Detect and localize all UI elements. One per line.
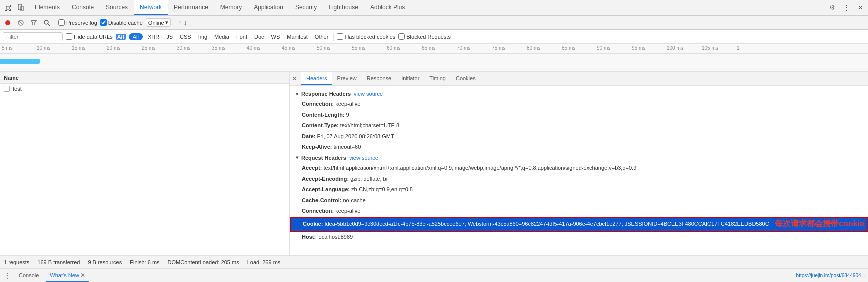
network-throttle-select[interactable]: Online ▾: [146, 18, 171, 27]
close-panel-btn[interactable]: ✕: [292, 75, 297, 82]
filter-sep: [333, 33, 334, 41]
more-options-icon[interactable]: ⋮: [840, 2, 852, 14]
tab-adblock[interactable]: Adblock Plus: [364, 0, 411, 15]
console-menu-icon[interactable]: ⋮: [3, 271, 12, 280]
timeline-tick: 5 ms: [0, 44, 35, 53]
export-btn[interactable]: ↓: [184, 19, 187, 26]
headers-content: ▾ Response Headers view source Connectio…: [290, 86, 868, 255]
finish-time: Finish: 6 ms: [130, 259, 159, 265]
has-blocked-checkbox[interactable]: Has blocked cookies: [337, 33, 395, 40]
filter-chip-all[interactable]: All: [129, 33, 143, 40]
filter-chip-ws[interactable]: WS: [269, 33, 282, 40]
svg-point-4: [5, 20, 10, 25]
timeline-tick: 50 ms: [315, 44, 350, 53]
request-header-host: Host: localhost:8989: [290, 232, 868, 243]
filter-chip-media[interactable]: Media: [212, 33, 231, 40]
panel-tab-headers[interactable]: Headers: [301, 72, 332, 85]
tab-performance[interactable]: Performance: [168, 0, 214, 15]
svg-point-3: [20, 8, 21, 9]
close-devtools-icon[interactable]: ✕: [854, 2, 866, 14]
panel-tab-preview[interactable]: Preview: [332, 72, 362, 85]
network-request-bar: [0, 59, 40, 64]
transferred-size: 169 B transferred: [37, 259, 80, 265]
disable-cache-checkbox[interactable]: Disable cache: [100, 19, 143, 26]
response-headers-view-source[interactable]: view source: [354, 91, 383, 97]
settings-icon[interactable]: ⚙: [826, 2, 838, 14]
inspect-icon[interactable]: [2, 2, 14, 14]
tab-network[interactable]: Network: [134, 0, 168, 15]
filter-chip-font[interactable]: Font: [234, 33, 249, 40]
request-headers-toggle[interactable]: ▾: [296, 155, 298, 160]
timeline-tick: 70 ms: [455, 44, 490, 53]
svg-point-8: [44, 20, 48, 24]
console-tab-console[interactable]: Console: [15, 269, 43, 282]
dom-content-loaded: DOMContentLoaded: 205 ms: [168, 259, 239, 265]
right-panel: ✕ Headers Preview Response Initiator Tim…: [290, 72, 868, 255]
main-tabs: Elements Console Sources Network Perform…: [29, 0, 411, 15]
preserve-log-input[interactable]: [58, 19, 65, 26]
request-headers-section: ▾ Request Headers view source: [290, 153, 868, 163]
panel-tab-cookies[interactable]: Cookies: [451, 72, 481, 85]
device-toggle-icon[interactable]: [15, 2, 27, 14]
response-header-content-length: Content-Length: 9: [290, 110, 868, 121]
timeline-tick: 1: [735, 44, 770, 53]
filter-chip-js[interactable]: JS: [164, 33, 175, 40]
devtools-left-icons: [2, 2, 27, 14]
search-btn[interactable]: [42, 18, 52, 28]
panel-tab-initiator[interactable]: Initiator: [396, 72, 424, 85]
panel-tab-response[interactable]: Response: [362, 72, 397, 85]
disable-cache-input[interactable]: [100, 19, 107, 26]
name-column-header: Name: [0, 72, 289, 84]
tab-security[interactable]: Security: [289, 0, 323, 15]
clear-btn[interactable]: [29, 18, 39, 28]
tab-lighthouse[interactable]: Lighthouse: [323, 0, 364, 15]
filter-chip-xhr[interactable]: XHR: [146, 33, 161, 40]
svg-rect-0: [6, 6, 9, 9]
whats-new-close-btn[interactable]: ✕: [80, 272, 85, 279]
has-blocked-input[interactable]: [337, 33, 343, 40]
request-row-test[interactable]: test: [0, 84, 289, 94]
record-btn[interactable]: [3, 18, 13, 28]
timeline-bar: 5 ms10 ms15 ms20 ms25 ms30 ms35 ms40 ms4…: [0, 44, 868, 72]
devtools-tab-bar: Elements Console Sources Network Perform…: [0, 0, 868, 16]
timeline-tick: 65 ms: [420, 44, 455, 53]
load-time: Load: 269 ms: [247, 259, 281, 265]
tab-memory[interactable]: Memory: [214, 0, 248, 15]
console-tab-whats-new[interactable]: What's New ✕: [46, 269, 89, 282]
import-btn[interactable]: ↑: [178, 19, 182, 26]
tab-sources[interactable]: Sources: [100, 0, 134, 15]
timeline-tick: 30 ms: [175, 44, 210, 53]
request-header-cache-control: Cache-Control: no-cache: [290, 195, 868, 206]
tab-elements[interactable]: Elements: [29, 0, 66, 15]
filter-chip-css[interactable]: CSS: [178, 33, 193, 40]
blocked-requests-checkbox[interactable]: Blocked Requests: [398, 33, 451, 40]
timeline-tick: 80 ms: [525, 44, 560, 53]
filter-chip-img[interactable]: Img: [196, 33, 209, 40]
response-headers-toggle[interactable]: ▾: [296, 91, 298, 97]
timeline-tick: 95 ms: [630, 44, 665, 53]
filter-input[interactable]: [3, 32, 63, 41]
filter-chip-other[interactable]: Other: [313, 33, 331, 40]
panel-tab-timing[interactable]: Timing: [424, 72, 451, 85]
tab-application[interactable]: Application: [248, 0, 289, 15]
hide-data-urls-input[interactable]: [66, 33, 72, 40]
response-header-keep-alive: Keep-Alive: timeout=60: [290, 142, 868, 153]
filter-chip-doc[interactable]: Doc: [252, 33, 266, 40]
timeline-tick: 60 ms: [385, 44, 420, 53]
requests-count: 1 requests: [4, 259, 29, 265]
url-display: https://juejin.im/post/6844904...: [796, 273, 865, 278]
preserve-log-checkbox[interactable]: Preserve log: [58, 19, 97, 26]
filter-chip-manifest[interactable]: Manifest: [285, 33, 310, 40]
request-headers-view-source[interactable]: view source: [349, 155, 378, 161]
panel-tab-bar: ✕ Headers Preview Response Initiator Tim…: [290, 72, 868, 86]
blocked-requests-input[interactable]: [398, 33, 405, 40]
response-header-connection: Connection: keep-alive: [290, 99, 868, 110]
timeline-tick: 20 ms: [105, 44, 140, 53]
stop-btn[interactable]: [16, 18, 26, 28]
tab-console[interactable]: Console: [66, 0, 100, 15]
hide-data-urls-checkbox[interactable]: Hide data URLs: [66, 33, 113, 40]
tab-bar-right-icons: ⚙ ⋮ ✕: [826, 2, 866, 14]
timeline-tick: 25 ms: [140, 44, 175, 53]
timeline-tick: 55 ms: [350, 44, 385, 53]
timeline-tick: 100 ms: [665, 44, 700, 53]
